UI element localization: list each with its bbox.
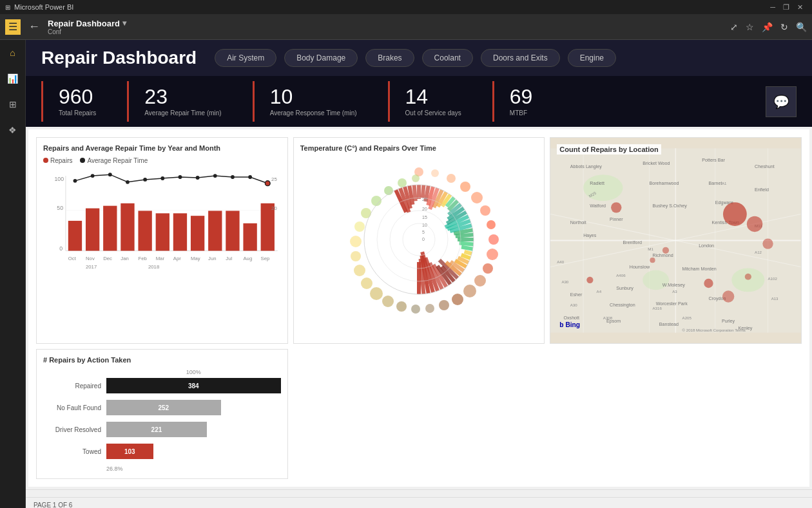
hamburger-menu[interactable]: ☰ (5, 19, 21, 35)
svg-text:London: London (699, 243, 714, 249)
svg-point-41 (361, 278, 372, 289)
sidebar-components[interactable]: ❖ (5, 122, 21, 138)
app-title: Microsoft Power BI (14, 3, 73, 11)
map-bubble-nw (611, 202, 621, 212)
kpi-total-repairs-value: 960 (59, 86, 96, 107)
bar-chart-container: 100 50 0 (43, 168, 281, 271)
svg-text:Watford: Watford (590, 203, 606, 209)
svg-text:Cheshunt: Cheshunt (755, 164, 775, 169)
chat-button[interactable]: 💬 (766, 86, 797, 117)
bar-chart-title: Repairs and Average Repair Time by Year … (43, 144, 281, 152)
svg-point-33 (463, 285, 476, 297)
svg-text:Hounslow: Hounslow (630, 265, 650, 270)
map-bubble-center (662, 247, 669, 254)
map-bubble-se (704, 279, 713, 288)
bar-jun (208, 211, 222, 250)
circular-chart-panel: Temperature (C°) and Repairs Over Time (293, 137, 545, 344)
kpi-avg-repair-label: Average Repair Time (min) (144, 109, 221, 117)
action-row-nofault: No Fault Found 252 (43, 400, 281, 415)
map-bubble-small (763, 238, 773, 249)
svg-text:Pinner: Pinner (610, 217, 623, 222)
bar-jan (121, 203, 134, 251)
line-dot-sep (265, 181, 270, 186)
horizontal-scrollbar[interactable] (26, 489, 812, 497)
svg-point-34 (452, 294, 463, 305)
pin-icon[interactable]: 📌 (762, 22, 773, 32)
tab-brakes[interactable]: Brakes (365, 49, 414, 67)
main-content: Repair Dashboard Air System Body Damage … (26, 40, 812, 508)
svg-text:A3: A3 (673, 289, 678, 294)
sidebar-table[interactable]: ⊞ (5, 97, 21, 112)
bookmark-icon[interactable]: ☆ (746, 22, 754, 32)
svg-point-40 (370, 287, 383, 300)
kpi-total-repairs-label: Total Repairs (59, 109, 96, 117)
nav-subtitle: Conf (48, 28, 728, 35)
svg-text:A12: A12 (755, 250, 762, 254)
repairs-legend-label: Repairs (50, 157, 72, 164)
sidebar-chart[interactable]: 📊 (5, 71, 21, 86)
svg-text:W.Molesey: W.Molesey (662, 283, 685, 288)
svg-text:Abbots Langley: Abbots Langley (570, 164, 603, 169)
svg-point-27 (480, 205, 490, 216)
svg-rect-87 (417, 185, 421, 199)
line-dot-may (196, 176, 200, 180)
svg-text:b Bing: b Bing (560, 322, 581, 329)
action-bar-wrap-driver: 221 (106, 422, 281, 437)
line-dot-apr (179, 175, 182, 179)
tab-body-damage[interactable]: Body Damage (284, 49, 358, 67)
tab-coolant[interactable]: Coolant (422, 49, 473, 67)
svg-rect-69 (458, 238, 474, 241)
tab-doors-exits[interactable]: Doors and Exits (481, 49, 560, 67)
svg-text:Feb: Feb (138, 256, 146, 261)
expand-icon[interactable]: ⤢ (730, 22, 738, 32)
svg-text:Chessington: Chessington (610, 303, 635, 308)
svg-point-24 (447, 174, 456, 183)
svg-text:25: 25 (271, 176, 277, 182)
map-panel: Count of Repairs by Location (550, 137, 802, 344)
tab-engine[interactable]: Engine (568, 49, 616, 67)
kpi-avg-repair-time: 23 Average Repair Time (min) (127, 81, 237, 122)
minimize-button[interactable]: ─ (770, 3, 775, 11)
svg-text:Apr: Apr (173, 256, 181, 261)
search-icon[interactable]: 🔍 (796, 22, 807, 32)
svg-text:A1: A1 (722, 181, 727, 185)
svg-text:Banstead: Banstead (659, 322, 679, 327)
avg-legend-dot (80, 158, 85, 163)
close-button[interactable]: ✕ (797, 3, 803, 12)
svg-text:Bushey S.Oxhey: Bushey S.Oxhey (653, 203, 688, 209)
line-dot-oct (73, 179, 77, 183)
svg-text:Brentford: Brentford (623, 240, 642, 245)
svg-text:A13: A13 (771, 296, 778, 301)
line-dot-mar (160, 176, 164, 180)
kpi-avg-repair-value: 23 (144, 86, 221, 107)
action-row-towed: Towed 103 (43, 444, 281, 459)
restore-button[interactable]: ❐ (783, 3, 789, 12)
svg-text:Radlett: Radlett (590, 181, 605, 186)
back-button[interactable]: ← (28, 20, 40, 33)
svg-point-32 (474, 275, 486, 287)
line-dot-jun (213, 174, 217, 178)
action-bar-wrap-nofault: 252 (106, 400, 281, 415)
title-dropdown[interactable]: ▾ (122, 19, 126, 28)
tab-air-system[interactable]: Air System (215, 49, 276, 67)
sidebar-home[interactable]: ⌂ (5, 45, 21, 61)
svg-text:Dec: Dec (103, 256, 112, 261)
bar-may (191, 216, 204, 250)
nav-title: Repair Dashboard ▾ (48, 19, 728, 28)
nav-actions: ⤢ ☆ 📌 ↻ 🔍 (730, 22, 807, 32)
svg-text:© 2018 Microsoft Corporation  : © 2018 Microsoft Corporation Terms (682, 328, 746, 332)
svg-text:0: 0 (422, 237, 425, 241)
refresh-icon[interactable]: ↻ (780, 22, 788, 32)
svg-text:Northolt: Northolt (570, 220, 586, 225)
line-dot-nov (91, 174, 95, 178)
bar-nov (86, 209, 99, 251)
action-label-towed: Towed (43, 448, 101, 455)
page-indicator: PAGE 1 OF 6 (34, 502, 72, 508)
svg-text:50: 50 (57, 205, 63, 211)
svg-text:Purley: Purley (722, 319, 735, 324)
svg-text:Oct: Oct (68, 256, 77, 261)
nav-title-group: Repair Dashboard ▾ Conf (48, 19, 728, 35)
svg-rect-68 (459, 241, 473, 246)
svg-text:Worcester Park: Worcester Park (656, 301, 688, 306)
svg-text:May: May (191, 256, 200, 261)
